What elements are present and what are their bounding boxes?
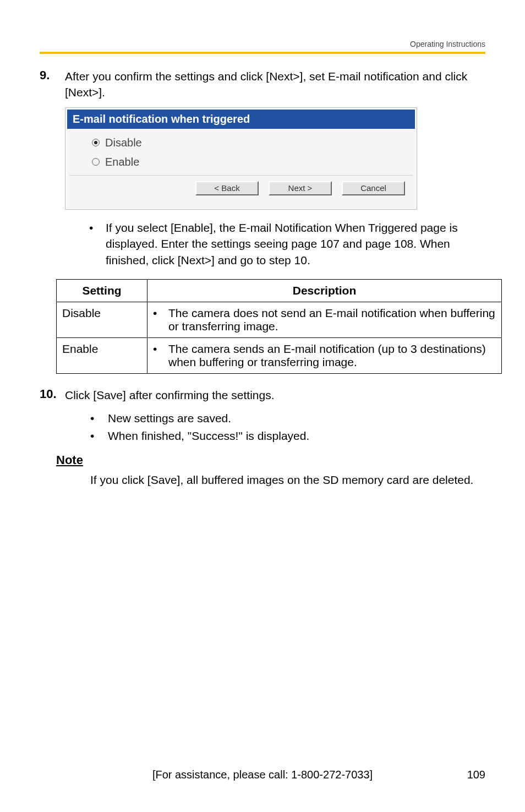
next-button[interactable]: Next > [269,181,332,195]
step-9-text: After you confirm the settings and click… [65,68,485,101]
dialog-body: Disable Enable < Back Next > Cancel [67,129,415,208]
step-10-sublist: • New settings are saved. • When finishe… [90,410,485,444]
page-footer: [For assistance, please call: 1-800-272-… [0,769,525,781]
radio-enable-label: Enable [105,156,139,168]
cell-desc-disable: • The camera does not send an E-mail not… [147,302,502,337]
bullet-icon: • [90,410,108,427]
footer-page-number: 109 [441,769,485,781]
note-heading: Note [56,453,485,467]
step-10-text: Click [Save] after confirming the settin… [65,387,485,403]
cell-desc-enable-text: The camera sends an E-mail notification … [168,342,496,369]
th-description: Description [147,279,502,302]
radio-disable-row[interactable]: Disable [67,133,415,152]
cancel-button[interactable]: Cancel [342,181,405,195]
step-9-number: 9. [40,68,65,83]
cell-desc-enable: • The camera sends an E-mail notificatio… [147,337,502,373]
explanation-text: If you select [Enable], the E-mail Notif… [106,220,481,268]
step-10: 10. Click [Save] after confirming the se… [40,387,485,403]
radio-disable-icon [92,139,100,146]
bullet-icon: • [89,220,106,268]
bullet-icon: • [90,427,108,445]
cell-setting-disable: Disable [57,302,147,337]
cell-setting-enable: Enable [57,337,147,373]
note-text: If you click [Save], all buffered images… [90,472,485,488]
bullet-icon: • [153,307,168,333]
table-row: Disable • The camera does not send an E-… [57,302,502,337]
radio-enable-icon [92,158,100,166]
explanation-bullet: • If you select [Enable], the E-mail Not… [89,220,481,268]
step-10-number: 10. [40,387,65,401]
step-10-sub1: New settings are saved. [108,410,231,427]
dialog-screenshot: E-mail notification when triggered Disab… [65,107,417,210]
dialog-title: E-mail notification when triggered [67,110,415,129]
bullet-icon: • [153,342,168,369]
page-header-title: Operating Instructions [40,40,485,54]
footer-assist: [For assistance, please call: 1-800-272-… [84,769,441,781]
cell-desc-disable-text: The camera does not send an E-mail notif… [168,307,496,333]
radio-enable-row[interactable]: Enable [67,152,415,172]
step-9: 9. After you confirm the settings and cl… [40,68,485,101]
th-setting: Setting [57,279,147,302]
settings-table: Setting Description Disable • The camera… [56,279,502,374]
back-button[interactable]: < Back [195,181,259,195]
step-10-sub2: When finished, "Success!" is displayed. [108,427,309,445]
dialog-button-row: < Back Next > Cancel [67,176,415,200]
radio-disable-label: Disable [105,137,142,149]
table-row: Enable • The camera sends an E-mail noti… [57,337,502,373]
